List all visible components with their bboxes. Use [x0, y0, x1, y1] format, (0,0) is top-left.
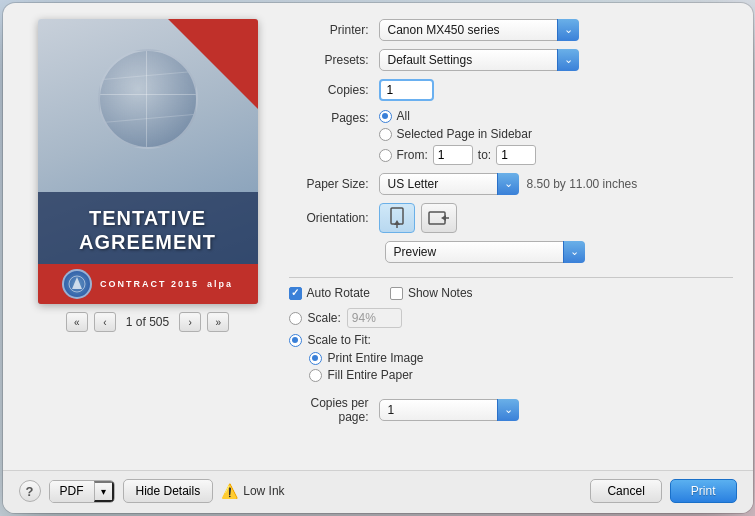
next-page-button[interactable]: › — [179, 312, 201, 332]
pages-range-row: From: to: — [379, 145, 537, 165]
printer-label: Printer: — [289, 23, 379, 37]
paper-size-description: 8.50 by 11.00 inches — [527, 177, 638, 191]
pdf-dropdown-button[interactable]: ▾ — [94, 481, 114, 502]
print-button[interactable]: Print — [670, 479, 737, 503]
first-page-button[interactable]: « — [66, 312, 88, 332]
copies-per-page-label: Copies per page: — [289, 396, 379, 424]
svg-marker-1 — [72, 277, 82, 289]
doc-title-area: TENTATIVE AGREEMENT — [38, 192, 258, 264]
warning-icon: ⚠️ — [221, 483, 238, 499]
scale-label: Scale: — [308, 311, 341, 325]
copies-per-page-select[interactable]: 1 2 4 — [379, 399, 519, 421]
landscape-button[interactable] — [421, 203, 457, 233]
printer-select[interactable]: Canon MX450 series — [379, 19, 579, 41]
preview-select-wrapper: Preview — [385, 241, 585, 263]
paper-size-select[interactable]: US Letter — [379, 173, 519, 195]
all-pages-label: All — [397, 109, 410, 123]
document-preview: October 2015 TENTATIVE AGREEMENT — [38, 19, 258, 304]
all-pages-row: All — [379, 109, 537, 123]
print-image-options: Print Entire Image Fill Entire Paper — [289, 351, 733, 382]
page-count: 1 of 505 — [122, 315, 173, 329]
low-ink-area: ⚠️ Low Ink — [221, 483, 284, 499]
pages-to-label: to: — [478, 148, 491, 162]
prev-page-button[interactable]: ‹ — [94, 312, 116, 332]
scale-to-fit-label: Scale to Fit: — [308, 333, 371, 347]
presets-label: Presets: — [289, 53, 379, 67]
presets-select[interactable]: Default Settings — [379, 49, 579, 71]
portrait-button[interactable] — [379, 203, 415, 233]
pdf-main-button[interactable]: PDF — [50, 481, 94, 502]
pages-options: All Selected Page in Sidebar From: to: — [379, 109, 537, 165]
paper-size-label: Paper Size: — [289, 177, 379, 191]
low-ink-text: Low Ink — [243, 484, 284, 498]
page-navigation: « ‹ 1 of 505 › » — [66, 312, 229, 332]
footer-right: Cancel Print — [590, 479, 736, 503]
orientation-label: Orientation: — [289, 211, 379, 225]
print-dialog: October 2015 TENTATIVE AGREEMENT — [3, 3, 753, 513]
paper-size-wrapper: US Letter 8.50 by 11.00 inches — [379, 173, 638, 195]
svg-marker-7 — [441, 215, 446, 221]
alpa-text: alpa — [207, 279, 233, 289]
hide-details-button[interactable]: Hide Details — [123, 479, 214, 503]
scale-input — [347, 308, 402, 328]
auto-rotate-checkbox[interactable] — [289, 287, 302, 300]
printer-select-wrapper: Canon MX450 series — [379, 19, 579, 41]
show-notes-label: Show Notes — [408, 286, 473, 300]
scale-options: Scale: Scale to Fit: Print Entire Image — [289, 308, 733, 382]
pages-from-input[interactable] — [433, 145, 473, 165]
show-notes-checkbox[interactable] — [390, 287, 403, 300]
dialog-footer: ? PDF ▾ Hide Details ⚠️ Low Ink Cancel P… — [3, 470, 753, 513]
auto-rotate-option: Auto Rotate — [289, 286, 370, 300]
print-entire-radio[interactable] — [309, 352, 322, 365]
print-entire-label: Print Entire Image — [328, 351, 424, 365]
orientation-row: Orientation: — [289, 203, 733, 233]
all-pages-radio[interactable] — [379, 110, 392, 123]
preview-select-row: Preview — [289, 241, 733, 263]
pages-from-label: From: — [397, 148, 428, 162]
show-notes-option: Show Notes — [390, 286, 473, 300]
help-button[interactable]: ? — [19, 480, 41, 502]
scale-to-fit-group: Scale to Fit: Print Entire Image Fill En… — [289, 333, 733, 382]
pages-label: Pages: — [289, 109, 379, 125]
selected-page-row: Selected Page in Sidebar — [379, 127, 537, 141]
paper-size-select-wrapper: US Letter — [379, 173, 519, 195]
cancel-button[interactable]: Cancel — [590, 479, 661, 503]
selected-page-radio[interactable] — [379, 128, 392, 141]
auto-rotate-label: Auto Rotate — [307, 286, 370, 300]
doc-bottom-text: CONTRACT 2015 — [100, 279, 199, 289]
settings-panel: Printer: Canon MX450 series Presets: — [289, 19, 733, 460]
globe-decoration — [98, 49, 198, 149]
section-divider — [289, 277, 733, 278]
fill-paper-option: Fill Entire Paper — [309, 368, 733, 382]
copies-per-page-row: Copies per page: 1 2 4 — [289, 396, 733, 424]
selected-page-label: Selected Page in Sidebar — [397, 127, 532, 141]
scale-radio[interactable] — [289, 312, 302, 325]
scale-to-fit-item: Scale to Fit: — [289, 333, 733, 347]
fill-paper-radio[interactable] — [309, 369, 322, 382]
footer-left: ? PDF ▾ Hide Details ⚠️ Low Ink — [19, 479, 285, 503]
presets-row: Presets: Default Settings — [289, 49, 733, 71]
copies-label: Copies: — [289, 83, 379, 97]
pages-row: Pages: All Selected Page in Sidebar — [289, 109, 733, 165]
copies-per-page-select-wrapper: 1 2 4 — [379, 399, 519, 421]
pdf-button-group: PDF ▾ — [49, 480, 115, 503]
scale-item: Scale: — [289, 308, 733, 328]
fill-paper-label: Fill Entire Paper — [328, 368, 413, 382]
presets-select-wrapper: Default Settings — [379, 49, 579, 71]
copies-input[interactable] — [379, 79, 434, 101]
doc-bottom-bar: CONTRACT 2015 alpa — [38, 264, 258, 304]
svg-marker-4 — [394, 220, 400, 225]
paper-size-row: Paper Size: US Letter 8.50 by 11.00 inch… — [289, 173, 733, 195]
doc-title-line1: TENTATIVE — [48, 206, 248, 230]
print-entire-option: Print Entire Image — [309, 351, 733, 365]
pages-range-radio[interactable] — [379, 149, 392, 162]
last-page-button[interactable]: » — [207, 312, 229, 332]
preview-panel: October 2015 TENTATIVE AGREEMENT — [23, 19, 273, 460]
scale-to-fit-radio[interactable] — [289, 334, 302, 347]
pages-to-input[interactable] — [496, 145, 536, 165]
options-row: Auto Rotate Show Notes — [289, 286, 733, 300]
preview-select[interactable]: Preview — [385, 241, 585, 263]
copies-row: Copies: — [289, 79, 733, 101]
doc-title-line2: AGREEMENT — [48, 230, 248, 254]
alpa-badge — [62, 269, 92, 299]
